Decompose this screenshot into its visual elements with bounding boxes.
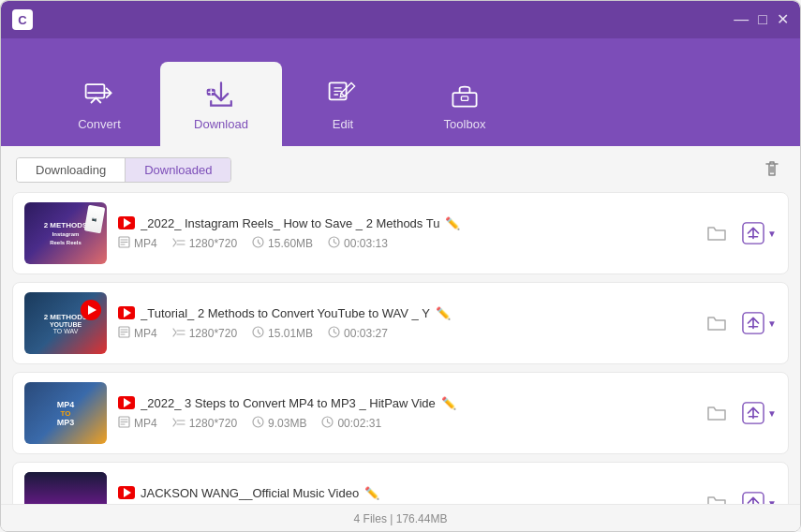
- file-resolution: 1280*720: [189, 327, 237, 340]
- format-meta: MP4: [118, 416, 157, 431]
- edit-icon[interactable]: ✏️: [436, 306, 451, 320]
- file-info: _2022_ Instagram Reels_ How to Save _ 2 …: [118, 216, 690, 251]
- youtube-icon: [118, 216, 135, 229]
- open-folder-button[interactable]: [701, 397, 733, 429]
- chevron-down-icon: ▼: [767, 408, 777, 419]
- youtube-icon: [118, 396, 135, 409]
- open-folder-button[interactable]: [701, 217, 733, 249]
- thumbnail: 2 METHODS YOUTUBE TO WAV: [24, 292, 107, 354]
- file-duration: 00:02:31: [337, 417, 381, 430]
- chevron-down-icon: ▼: [767, 229, 777, 239]
- maximize-button[interactable]: □: [758, 12, 767, 27]
- resolution-icon: [172, 417, 185, 430]
- tab-convert[interactable]: Convert: [38, 62, 160, 146]
- download-tab-label: Download: [194, 117, 248, 131]
- open-folder-button[interactable]: [701, 487, 733, 504]
- file-format: MP4: [134, 417, 157, 430]
- edit-tab-label: Edit: [333, 117, 353, 131]
- nav-tabs: Convert Download Edit Toolbox: [1, 38, 800, 146]
- chevron-down-icon: ▼: [767, 318, 777, 329]
- downloading-tab[interactable]: Downloading: [17, 158, 126, 182]
- minimize-button[interactable]: —: [734, 12, 749, 27]
- file-actions: ▼: [701, 487, 777, 504]
- convert-button[interactable]: ▼: [742, 222, 777, 244]
- open-folder-button[interactable]: [701, 307, 733, 339]
- sub-tabs-row: Downloading Downloaded: [1, 146, 800, 192]
- downloaded-tab[interactable]: Downloaded: [126, 158, 230, 182]
- resolution-meta: 1280*720: [172, 237, 237, 250]
- file-title: JACKSON WANG__Official Music Video: [141, 486, 359, 500]
- size-meta: 15.60MB: [252, 236, 313, 251]
- file-format: MP4: [134, 237, 157, 250]
- file-list: 2 METHODS Instagram Reels Reels 📷 _2022_…: [1, 192, 800, 504]
- trash-button[interactable]: [759, 155, 785, 185]
- svg-rect-3: [452, 93, 476, 106]
- file-resolution: 1280*720: [189, 417, 237, 430]
- file-summary: 4 Files | 176.44MB: [354, 512, 448, 525]
- file-duration: 00:03:13: [344, 237, 388, 250]
- edit-icon[interactable]: ✏️: [441, 396, 456, 410]
- file-meta: MP4 1280*720 15.60MB: [118, 236, 690, 251]
- thumbnail: MP4 TO MP3: [24, 382, 107, 444]
- window-controls: — □ ✕: [734, 12, 789, 27]
- size-meta: 9.03MB: [252, 416, 306, 431]
- duration-meta: 00:02:31: [321, 416, 381, 431]
- file-size: 15.01MB: [268, 327, 313, 340]
- thumbnail: 2 METHODS Instagram Reels Reels 📷: [24, 202, 107, 264]
- list-item: 2 METHODS YOUTUBE TO WAV _Tutorial_ 2 Me…: [12, 282, 789, 364]
- duration-icon: [328, 326, 340, 341]
- resolution-icon: [172, 327, 185, 340]
- file-info: _2022_ 3 Steps to Convert MP4 to MP3 _ H…: [118, 396, 690, 431]
- file-meta: MP4 1280*720 15.01MB: [118, 326, 690, 341]
- size-meta: 15.01MB: [252, 326, 313, 341]
- content-area: Downloading Downloaded 2 METHODS Instagr…: [1, 146, 800, 532]
- size-icon: [252, 416, 264, 431]
- youtube-icon: [118, 486, 135, 499]
- file-actions: ▼: [701, 397, 777, 429]
- file-size: 9.03MB: [268, 417, 306, 430]
- format-meta: MP4: [118, 236, 157, 251]
- duration-icon: [328, 236, 340, 251]
- svg-rect-4: [461, 96, 467, 100]
- duration-icon: [321, 416, 334, 431]
- file-duration: 00:03:27: [344, 327, 388, 340]
- file-resolution: 1280*720: [189, 237, 237, 250]
- duration-meta: 00:03:27: [328, 326, 388, 341]
- tab-edit[interactable]: Edit: [282, 62, 404, 146]
- file-icon: [118, 236, 130, 251]
- resolution-meta: 1280*720: [172, 327, 237, 340]
- file-title: _Tutorial_ 2 Methods to Convert YouTube …: [141, 306, 430, 320]
- youtube-icon: [118, 306, 135, 319]
- file-title: _2022_ 3 Steps to Convert MP4 to MP3 _ H…: [141, 396, 436, 410]
- file-size: 15.60MB: [268, 237, 313, 250]
- thumbnail: ♪ Music: [24, 472, 107, 504]
- close-button[interactable]: ✕: [777, 12, 789, 27]
- list-item: 2 METHODS Instagram Reels Reels 📷 _2022_…: [12, 192, 789, 274]
- file-actions: ▼: [701, 307, 777, 339]
- sub-tabs: Downloading Downloaded: [16, 157, 231, 183]
- file-format: MP4: [134, 327, 157, 340]
- file-icon: [118, 326, 130, 341]
- size-icon: [252, 236, 264, 251]
- file-actions: ▼: [701, 217, 777, 249]
- svg-rect-0: [86, 84, 105, 97]
- convert-button[interactable]: ▼: [742, 312, 777, 334]
- list-item: ♪ Music JACKSON WANG__Official Music Vid…: [12, 462, 789, 504]
- toolbox-tab-label: Toolbox: [444, 117, 486, 131]
- file-info: _Tutorial_ 2 Methods to Convert YouTube …: [118, 306, 690, 341]
- resolution-icon: [172, 237, 185, 250]
- resolution-meta: 1280*720: [172, 417, 237, 430]
- file-info: JACKSON WANG__Official Music Video ✏️ MP…: [118, 486, 690, 505]
- tab-toolbox[interactable]: Toolbox: [404, 62, 526, 146]
- tab-download[interactable]: Download: [160, 62, 282, 146]
- app-logo: C: [12, 9, 33, 30]
- file-title: _2022_ Instagram Reels_ How to Save _ 2 …: [141, 216, 439, 230]
- format-meta: MP4: [118, 326, 157, 341]
- convert-tab-label: Convert: [78, 117, 121, 131]
- title-bar: C — □ ✕: [1, 1, 800, 38]
- duration-meta: 00:03:13: [328, 236, 388, 251]
- edit-icon[interactable]: ✏️: [364, 486, 379, 500]
- edit-icon[interactable]: ✏️: [445, 216, 460, 230]
- convert-button[interactable]: ▼: [742, 402, 777, 424]
- convert-button[interactable]: ▼: [742, 492, 777, 504]
